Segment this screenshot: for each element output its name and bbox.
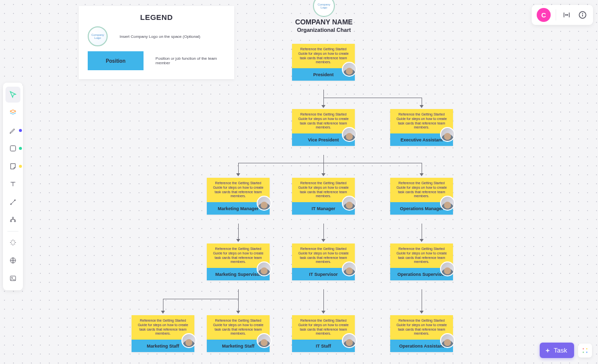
org-tool[interactable]: [5, 212, 20, 228]
node-mkt-sup[interactable]: Reference the Getting Started Guide for …: [207, 243, 270, 280]
avatar: [342, 333, 357, 348]
top-right-controls: C: [532, 5, 593, 25]
node-vp[interactable]: Reference the Getting Started Guide for …: [292, 109, 355, 146]
node-mkt-staff1[interactable]: Reference the Getting Started Guide for …: [132, 315, 194, 352]
legend-position-desc: Position or job function of the team mem…: [155, 56, 225, 65]
node-it-sup[interactable]: Reference the Getting Started Guide for …: [292, 243, 355, 280]
pen-icon: [9, 126, 17, 134]
node-ops-sup[interactable]: Reference the Getting Started Guide for …: [390, 243, 453, 280]
note-tool[interactable]: [5, 158, 20, 174]
avatar: [440, 333, 455, 348]
node-it-staff[interactable]: Reference the Getting Started Guide for …: [292, 315, 355, 352]
avatar: [342, 261, 357, 276]
sparkle-icon: [9, 239, 17, 246]
svg-point-3: [12, 217, 14, 219]
node-it-mgr[interactable]: Reference the Getting Started Guide for …: [292, 178, 355, 215]
node-president[interactable]: Reference the Getting Started Guide for …: [292, 44, 355, 81]
shape-tool[interactable]: [5, 140, 20, 156]
company-name: COMPANY NAME: [289, 18, 359, 26]
globe-icon: [9, 256, 17, 264]
svg-point-4: [10, 221, 12, 222]
pen-tool[interactable]: [5, 122, 20, 138]
company-subtitle: Organizational Chart: [289, 27, 359, 33]
fit-width-icon: [562, 11, 571, 19]
company-logo-icon: Company Logo: [313, 0, 335, 17]
avatar: [440, 261, 455, 276]
image-tool[interactable]: [5, 270, 20, 286]
legend-panel[interactable]: LEGEND Company Logo Insert Company Logo …: [79, 6, 234, 79]
apps-button[interactable]: [578, 344, 592, 358]
node-ops-mgr[interactable]: Reference the Getting Started Guide for …: [390, 178, 453, 215]
avatar: [342, 127, 357, 142]
fit-width-button[interactable]: [561, 9, 572, 20]
svg-point-10: [583, 13, 583, 14]
info-button[interactable]: [577, 9, 588, 20]
square-icon: [9, 144, 17, 152]
avatar: [257, 333, 272, 348]
avatar: [181, 333, 196, 348]
image-icon: [9, 274, 17, 282]
cursor-tool[interactable]: [5, 87, 20, 103]
cursor-icon: [9, 91, 17, 99]
node-mkt-staff2[interactable]: Reference the Getting Started Guide for …: [207, 315, 270, 352]
connector-icon: [9, 198, 17, 206]
avatar: [342, 62, 357, 77]
svg-point-13: [583, 352, 584, 353]
node-ops-asst[interactable]: Reference the Getting Started Guide for …: [390, 315, 453, 352]
avatar: [440, 196, 455, 211]
legend-logo-desc: Insert Company Logo on the space (Option…: [120, 34, 200, 39]
task-button-label: Task: [554, 347, 567, 354]
bottom-right-controls: Task: [540, 343, 592, 358]
node-mkt-mgr[interactable]: Reference the Getting Started Guide for …: [207, 178, 270, 215]
text-tool[interactable]: [5, 176, 20, 192]
apps-icon: [582, 347, 589, 354]
svg-rect-0: [10, 146, 16, 151]
legend-heading: LEGEND: [88, 13, 225, 21]
avatar: [257, 196, 272, 211]
info-icon: [578, 10, 587, 19]
svg-point-12: [586, 348, 587, 349]
avatar: [342, 196, 357, 211]
legend-logo-icon: Company Logo: [88, 26, 108, 46]
avatar: [257, 261, 272, 276]
node-ea[interactable]: Reference the Getting Started Guide for …: [390, 109, 453, 146]
user-avatar[interactable]: C: [537, 8, 551, 22]
company-header: Company Logo COMPANY NAME Organizational…: [289, 0, 359, 33]
left-toolbar: [3, 83, 23, 290]
connector-tool[interactable]: [5, 194, 20, 210]
plus-icon: [545, 348, 551, 354]
svg-point-11: [583, 348, 584, 349]
svg-point-5: [14, 221, 16, 222]
avatar: [440, 127, 455, 142]
stack-tool[interactable]: [5, 105, 20, 121]
web-tool[interactable]: [5, 252, 20, 268]
stack-icon: [9, 109, 17, 117]
task-button[interactable]: Task: [540, 343, 574, 358]
legend-position-chip: Position: [88, 51, 144, 70]
note-icon: [9, 162, 17, 170]
svg-point-14: [586, 352, 587, 353]
org-icon: [9, 216, 17, 224]
svg-point-8: [11, 277, 12, 278]
ai-tool[interactable]: [5, 235, 20, 250]
text-icon: [9, 180, 17, 188]
